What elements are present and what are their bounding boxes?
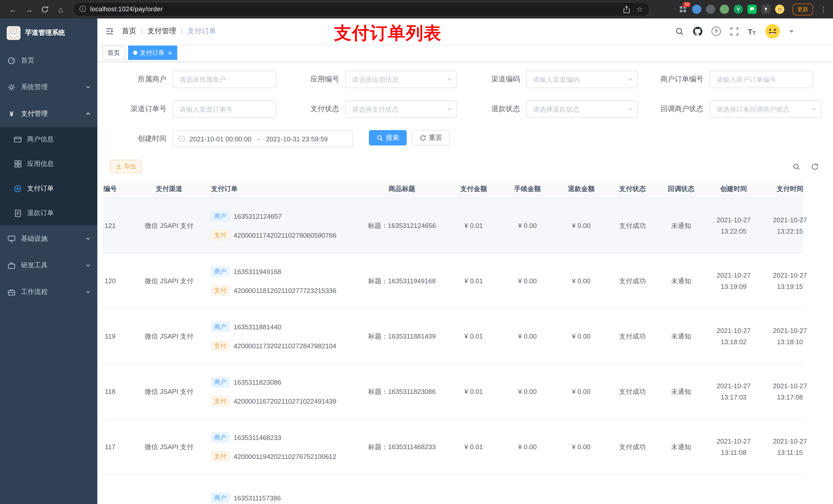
- view-detail-link[interactable]: 查看详情: [827, 387, 828, 396]
- export-button[interactable]: 导出: [110, 160, 142, 173]
- bookmark-star-icon[interactable]: ☆: [637, 5, 643, 13]
- cell-pay-time: 2021-10-27 13:17:08: [762, 364, 818, 419]
- chevron-down-icon: [86, 236, 91, 241]
- cell-pay-order: 商户 1635311468233 支付 42000011942021102767…: [205, 419, 357, 474]
- refund-status-select[interactable]: [532, 105, 624, 114]
- merchant-order-no: 1635311157386: [234, 494, 281, 502]
- cell-create-time: 2021-10-27 13:11:08: [706, 419, 762, 474]
- sidebar-item-pay-order[interactable]: 支付订单: [0, 176, 97, 201]
- sidebar-item-system[interactable]: 系统管理: [0, 74, 97, 100]
- cell-fee: ¥ 0.00: [501, 364, 554, 419]
- pay-order-no: 4200001173202110272847982104: [234, 342, 336, 350]
- refresh-icon[interactable]: [809, 161, 820, 172]
- view-detail-link[interactable]: 查看详情: [827, 221, 828, 230]
- chevron-down-icon: [627, 77, 633, 82]
- breadcrumb: 首页 / 支付管理 / 支付订单: [122, 27, 216, 36]
- extension-v-icon[interactable]: V: [734, 5, 743, 14]
- col-header: 支付渠道: [133, 180, 205, 198]
- cell-channel: 微信 JSAPI 支付: [133, 364, 205, 419]
- cell-actions: 查看详情: [818, 198, 828, 253]
- cell-channel: 微信 JSAPI 支付: [133, 309, 205, 364]
- share-icon[interactable]: [623, 5, 630, 13]
- home-icon[interactable]: ⌂: [54, 2, 68, 16]
- create-time-range[interactable]: 2021-10-01 00:00:00 - 2021-10-31 23:59:5…: [173, 130, 353, 147]
- cell-id: [102, 475, 133, 503]
- payment-submenu: 商户信息 应用信息 支付订单: [0, 127, 97, 225]
- app-no-select[interactable]: [351, 75, 443, 84]
- logo-image: [7, 26, 21, 40]
- tab-pay-order[interactable]: 支付订单 ×: [128, 46, 177, 60]
- search-icon[interactable]: [675, 27, 684, 35]
- extension-chat-icon[interactable]: [747, 5, 757, 14]
- extension-green-icon[interactable]: [720, 5, 729, 14]
- app-title: 芋道管理系统: [25, 28, 65, 38]
- callback-status-select[interactable]: [715, 105, 807, 114]
- close-tab-icon[interactable]: ×: [168, 49, 172, 56]
- extension-blue-icon[interactable]: [692, 5, 701, 14]
- reload-icon[interactable]: [38, 2, 52, 16]
- breadcrumb-home[interactable]: 首页: [122, 27, 136, 36]
- sidebar-item-app-info[interactable]: 应用信息: [0, 152, 97, 176]
- app-logo[interactable]: 芋道管理系统: [0, 19, 97, 47]
- main-panel: 所属商户 应用编号 渠道编码: [97, 62, 833, 504]
- search-button[interactable]: 搜索: [369, 130, 407, 145]
- merchant-order-no-input[interactable]: [715, 75, 807, 84]
- tab-home[interactable]: 首页: [102, 46, 125, 60]
- extension-emoji-icon[interactable]: [775, 5, 784, 14]
- owner-merchant-select[interactable]: [178, 75, 270, 84]
- extension-dark-icon[interactable]: [706, 5, 715, 14]
- table-row: 117 微信 JSAPI 支付 商户 1635311468233 支付 4200…: [102, 419, 803, 475]
- filter-create-time: 创建时间 2021-10-01 00:00:00 - 2021-10-31 23…: [110, 130, 353, 147]
- cell-id: 117: [102, 419, 133, 474]
- caret-down-icon[interactable]: [789, 30, 793, 32]
- channel-code-select[interactable]: [532, 75, 624, 84]
- view-detail-link[interactable]: 查看详情: [827, 442, 828, 451]
- fullscreen-icon[interactable]: [730, 27, 738, 35]
- view-detail-link[interactable]: 查看详情: [827, 332, 828, 341]
- toolbox-icon: [7, 261, 16, 270]
- sidebar-item-workflow[interactable]: 工作流程: [0, 279, 97, 305]
- breadcrumb-section[interactable]: 支付管理: [147, 27, 176, 36]
- extension-pin-icon[interactable]: [761, 5, 770, 14]
- sidebar-item-label: 首页: [21, 56, 34, 65]
- sidebar-item-payment[interactable]: ¥ 支付管理: [0, 100, 97, 127]
- chevron-down-icon: [86, 85, 91, 90]
- sidebar-item-label: 应用信息: [27, 159, 54, 169]
- cell-refund: [554, 475, 608, 503]
- table-body: 121 微信 JSAPI 支付 商户 1635312124657 支付 4200…: [102, 198, 803, 503]
- breadcrumb-separator: /: [141, 27, 143, 35]
- browser-menu-icon[interactable]: ⋮: [820, 5, 827, 13]
- active-dot: [133, 51, 137, 55]
- pay-tag: 支付: [211, 451, 230, 461]
- github-icon[interactable]: [693, 27, 702, 36]
- back-icon[interactable]: ←: [6, 2, 20, 16]
- pay-status-select[interactable]: [351, 105, 443, 114]
- reset-button[interactable]: 重置: [412, 130, 450, 145]
- sidebar-item-home[interactable]: 首页: [0, 47, 97, 74]
- channel-order-no-input[interactable]: [178, 105, 270, 114]
- hamburger-icon[interactable]: [105, 27, 114, 36]
- sidebar-item-label: 系统管理: [21, 82, 48, 92]
- url-bar[interactable]: ⓘ localhost:1024/pay/order ☆: [73, 2, 649, 16]
- sidebar-item-merchant-info[interactable]: 商户信息: [0, 127, 97, 152]
- cell-title: 标题：1635311881439: [357, 309, 447, 364]
- view-detail-link[interactable]: 查看详情: [827, 277, 828, 285]
- help-icon[interactable]: ?: [711, 27, 720, 36]
- cell-id: 118: [102, 364, 133, 419]
- extensions-puzzle-icon[interactable]: 10: [678, 5, 688, 14]
- sidebar-item-refund-order[interactable]: 退款订单: [0, 201, 97, 225]
- hide-search-icon[interactable]: [790, 161, 802, 172]
- yen-icon: ¥: [7, 110, 16, 118]
- forward-icon[interactable]: →: [22, 2, 36, 16]
- sidebar-item-infra[interactable]: 基础设施: [0, 225, 97, 252]
- field-label: 创建时间: [110, 134, 173, 143]
- browser-update-button[interactable]: 更新: [792, 3, 813, 15]
- filter-channel-code: 渠道编码: [463, 71, 638, 88]
- font-size-icon[interactable]: TT: [748, 27, 756, 35]
- avatar[interactable]: [765, 24, 780, 39]
- chevron-down-icon: [811, 106, 817, 112]
- site-info-icon[interactable]: ⓘ: [79, 5, 86, 14]
- target-icon: [13, 184, 22, 193]
- table-tools: [790, 161, 820, 172]
- sidebar-item-dev-tools[interactable]: 研发工具: [0, 252, 97, 279]
